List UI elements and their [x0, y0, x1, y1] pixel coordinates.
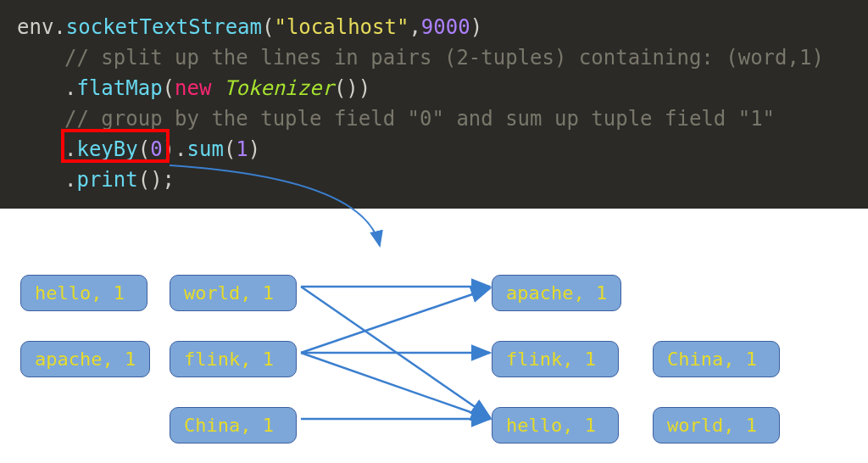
code-block: env.socketTextStream("localhost",9000) /… — [0, 0, 868, 209]
tok-call: (); — [138, 168, 175, 192]
tok-dot: . — [64, 137, 76, 161]
tok-comment: // split up the lines in pairs (2-tuples… — [64, 46, 824, 70]
tuple-left-flink: flink, 1 — [170, 341, 297, 377]
tok-method: socketTextStream — [66, 15, 262, 39]
tuple-left-hello: hello, 1 — [20, 275, 147, 311]
code-line-1: env.socketTextStream("localhost",9000) — [17, 12, 851, 42]
code-line-2: // split up the lines in pairs (2-tuples… — [17, 42, 851, 73]
tuple-right-world: world, 1 — [653, 407, 780, 443]
tok-paren-close: ) — [163, 137, 175, 161]
tok-paren-close: ) — [470, 15, 482, 39]
tok-string: "localhost" — [274, 15, 409, 39]
code-line-6: .print(); — [17, 165, 851, 195]
tok-space — [211, 76, 223, 100]
tok-dot: . — [64, 168, 76, 192]
tok-paren-open: ( — [163, 76, 175, 100]
tok-comma: , — [409, 15, 420, 39]
tuple-left-world: world, 1 — [170, 275, 297, 311]
tok-paren-open: ( — [224, 137, 236, 161]
tuple-right-flink: flink, 1 — [492, 341, 619, 377]
tuple-right-hello: hello, 1 — [492, 407, 619, 443]
tuple-left-apache: apache, 1 — [20, 341, 150, 377]
tok-method: flatMap — [76, 76, 162, 100]
tok-number: 0 — [150, 137, 162, 161]
tok-comment: // group by the tuple field "0" and sum … — [64, 107, 775, 131]
tok-env: env — [17, 15, 53, 39]
code-line-3: .flatMap(new Tokenizer()) — [17, 73, 851, 103]
tok-dot: . — [175, 137, 186, 161]
code-line-5: .keyBy(0).sum(1) — [17, 134, 851, 165]
tuple-right-china: China, 1 — [653, 341, 780, 377]
tuple-right-apache: apache, 1 — [492, 275, 621, 311]
tuple-left-china: China, 1 — [170, 407, 297, 443]
tok-paren-open: ( — [138, 137, 150, 161]
tok-method-sum: sum — [187, 137, 224, 161]
tok-keyword: new — [175, 76, 211, 100]
tok-call: () — [334, 76, 359, 100]
tok-paren-close: ) — [248, 137, 260, 161]
tok-dot: . — [53, 15, 65, 39]
tok-method-keyby: keyBy — [76, 137, 137, 161]
tok-number: 9000 — [421, 15, 470, 39]
tok-paren-open: ( — [262, 15, 274, 39]
tok-paren-close: ) — [359, 76, 370, 100]
keyby-diagram: hello, 1 world, 1 apache, 1 flink, 1 Chi… — [0, 209, 868, 463]
code-line-4: // group by the tuple field "0" and sum … — [17, 103, 851, 134]
tok-number: 1 — [236, 137, 248, 161]
tok-type: Tokenizer — [224, 76, 334, 100]
tok-dot: . — [64, 76, 76, 100]
tok-method: print — [76, 168, 137, 192]
